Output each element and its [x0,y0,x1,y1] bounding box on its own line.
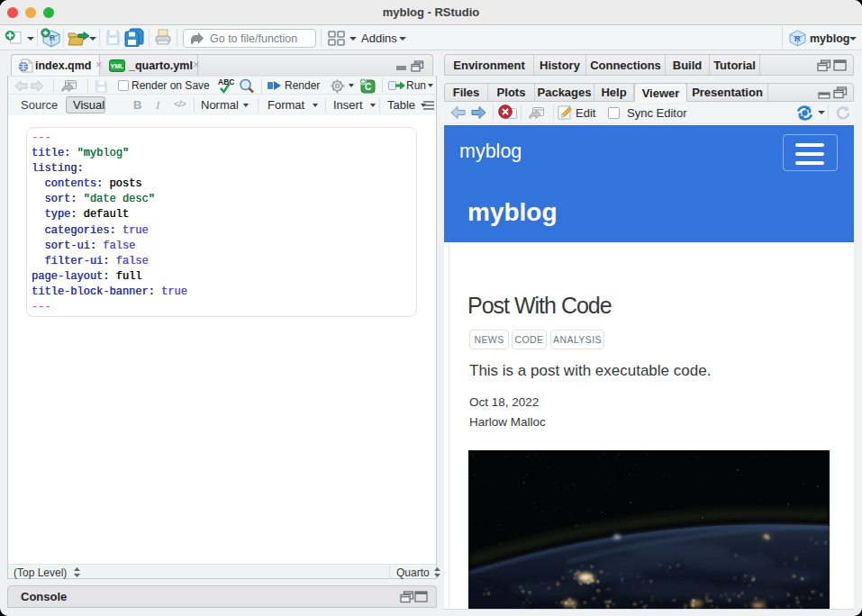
svg-text:ABC: ABC [218,77,234,86]
svg-text:R: R [50,33,56,42]
svg-text:YML: YML [111,63,125,69]
svg-text:R: R [794,33,801,43]
